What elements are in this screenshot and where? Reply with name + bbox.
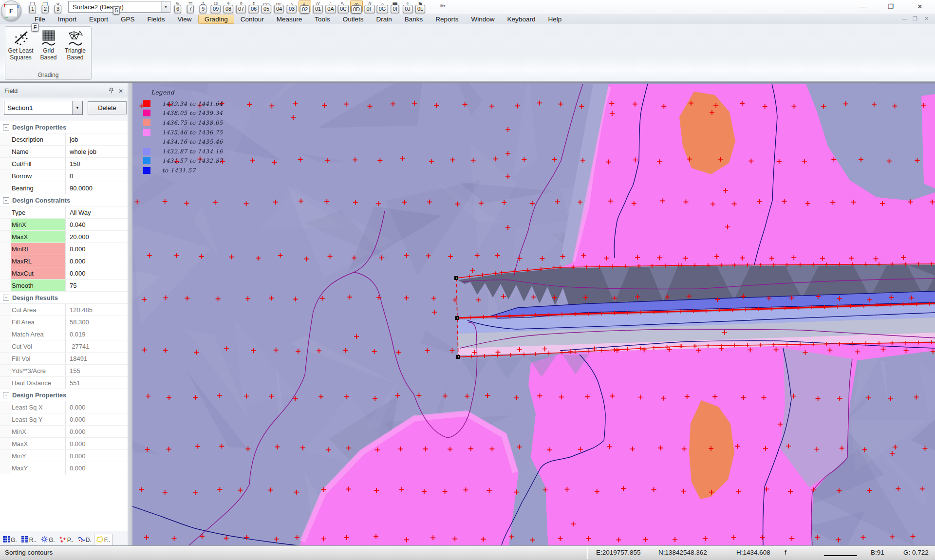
property-value[interactable]: 551 — [66, 377, 128, 389]
window-close-button[interactable]: ✕ — [909, 0, 931, 13]
globe-icon[interactable]: ⊕0D — [350, 0, 363, 12]
chevron-down-icon[interactable]: ▼ — [72, 101, 82, 114]
surface-selector[interactable]: Surface2 (Design) 5 ▼ — [68, 1, 170, 13]
property-value[interactable]: 0.000 — [66, 401, 128, 413]
home-icon[interactable]: ⌂0G — [376, 0, 388, 11]
property-value[interactable]: job — [66, 133, 128, 145]
panel-tab-gear[interactable]: G. — [39, 534, 57, 546]
collapse-icon[interactable]: − — [3, 124, 9, 131]
menu-item-grading[interactable]: Grading — [198, 15, 234, 24]
menu-item-drain[interactable]: Drain — [370, 15, 398, 24]
pin-icon[interactable] — [106, 88, 116, 95]
panel-tab-rows[interactable]: R.. — [19, 534, 38, 546]
property-group-header[interactable]: −Design Properties — [0, 121, 128, 133]
upload-icon[interactable]: ⇧0J — [402, 0, 413, 11]
property-value[interactable]: All Way — [66, 206, 128, 218]
panel-tab-grid[interactable]: G. — [1, 534, 19, 546]
property-value[interactable]: 0.000 — [66, 450, 128, 462]
menu-item-banks[interactable]: Banks — [398, 15, 430, 24]
property-value[interactable]: 0.019 — [66, 328, 128, 340]
hatch-icon[interactable]: //0F — [364, 0, 375, 11]
property-group-header[interactable]: −Design Constraints — [0, 194, 128, 206]
menu-item-import[interactable]: Import — [52, 15, 83, 24]
contour-icon[interactable]: ∿02 — [299, 0, 311, 12]
chart-icon[interactable]: ▆0I — [389, 0, 401, 11]
property-value[interactable]: 0.040 — [66, 219, 128, 230]
de-icon[interactable]: DE04 — [273, 0, 285, 11]
property-label: Cut/Fill — [11, 158, 66, 169]
property-value[interactable]: 0.000 — [66, 243, 128, 255]
property-value[interactable]: 0 — [66, 170, 128, 182]
collapse-icon[interactable]: − — [3, 392, 9, 398]
menu-item-export[interactable]: Export — [83, 15, 114, 24]
numbering-icon[interactable]: ¹³09 — [210, 0, 222, 11]
property-value[interactable]: 150 — [66, 158, 128, 169]
menu-item-reports[interactable]: Reports — [429, 15, 465, 24]
window-minimize-button[interactable]: — — [851, 0, 874, 13]
menu-item-keyboard[interactable]: Keyboard — [501, 15, 542, 24]
app-button[interactable]: F — [1, 0, 21, 21]
close-icon[interactable]: ✕ — [116, 88, 126, 94]
delete-button[interactable]: Delete — [88, 101, 127, 114]
triangle-icon[interactable]: △03 — [286, 0, 298, 11]
map-viewport[interactable]: Legend 1439.34 to 1441.641438.05 to 1439… — [132, 83, 935, 545]
property-value[interactable]: 0.000 — [66, 267, 128, 279]
section-dropdown[interactable]: Section1 ▼ — [4, 101, 83, 115]
mdi-close-button[interactable]: ✕ — [924, 16, 929, 22]
property-value[interactable]: 120.485 — [66, 304, 128, 316]
property-value[interactable]: 0.000 — [66, 255, 128, 267]
triangle-based-button[interactable]: TriangleBased — [62, 29, 89, 70]
chevron-down-icon[interactable]: ▼ — [161, 1, 170, 12]
menu-item-outlets[interactable]: Outlets — [337, 15, 370, 24]
property-value[interactable]: 0.000 — [66, 438, 128, 449]
get-least-squares-button[interactable]: Get LeastSquares — [7, 29, 34, 70]
property-group-header[interactable]: −Design Results — [0, 292, 128, 304]
property-value[interactable]: 90.0000 — [66, 182, 128, 194]
raise-1-icon[interactable]: ⤒08 — [223, 0, 234, 11]
property-value[interactable]: 20.000 — [66, 231, 128, 243]
property-value[interactable]: 0.000 — [66, 413, 128, 425]
collapse-icon[interactable]: − — [3, 295, 9, 301]
property-group-header[interactable]: −Design Properties — [0, 389, 128, 401]
open-folder-icon[interactable]: ❒2 — [39, 0, 51, 11]
menu-item-tools[interactable]: Tools — [308, 15, 337, 24]
property-value[interactable]: whole job — [66, 146, 128, 157]
menu-item-help[interactable]: Help — [542, 15, 568, 24]
import-chevron-icon[interactable]: ∨3 — [52, 0, 64, 11]
window-restore-button[interactable]: ❐ — [879, 0, 902, 13]
property-value[interactable]: -27741 — [66, 340, 128, 352]
mdi-restore-button[interactable]: ❐ — [913, 16, 917, 22]
property-value[interactable]: 58.300 — [66, 316, 128, 328]
menu-item-gps[interactable]: GPS — [114, 15, 141, 24]
panel-tab-points[interactable]: P.. — [57, 534, 75, 546]
property-value[interactable]: 0.000 — [66, 462, 128, 474]
menu-item-fields[interactable]: Fields — [141, 15, 171, 24]
panel-tab-design[interactable]: D. — [76, 534, 94, 546]
menu-item-contour[interactable]: Contour — [234, 15, 270, 24]
mdi-minimize-button[interactable]: — — [902, 16, 907, 21]
menu-item-measure[interactable]: Measure — [270, 15, 309, 24]
new-file-icon[interactable]: ❏1 — [27, 0, 38, 11]
scatter-icon[interactable]: ⁘0A — [325, 0, 337, 11]
qat-overflow-icon[interactable]: ≡▾ — [440, 3, 446, 8]
property-value[interactable]: 75 — [66, 280, 128, 291]
keytip-02: 02 — [300, 5, 310, 14]
parens-icon[interactable]: ((01 — [312, 0, 324, 11]
add-points-icon[interactable]: ✢9 — [197, 0, 209, 11]
menu-item-file[interactable]: File — [28, 15, 52, 24]
property-value[interactable]: 18491 — [66, 353, 128, 364]
raise-3-icon[interactable]: ⇞06 — [248, 0, 260, 11]
raise-2-icon[interactable]: ⇑07 — [235, 0, 247, 11]
property-value[interactable]: 0.000 — [66, 426, 128, 437]
menu-item-window[interactable]: Window — [465, 15, 501, 24]
property-value[interactable]: 155 — [66, 365, 128, 376]
grid-based-button[interactable]: GridBased — [35, 29, 62, 70]
flag-icon[interactable]: ⚑0L — [414, 0, 426, 11]
panel-tab-field[interactable]: F.. — [94, 534, 113, 546]
zoom-extents-icon[interactable]: ⤡0C — [337, 0, 349, 11]
edit-points-icon[interactable]: ✎6 — [172, 0, 184, 11]
menu-item-view[interactable]: View — [171, 15, 198, 24]
co-icon[interactable]: CO05 — [261, 0, 272, 11]
collapse-icon[interactable]: − — [3, 197, 9, 204]
list-icon[interactable]: ≣7 — [185, 0, 196, 11]
